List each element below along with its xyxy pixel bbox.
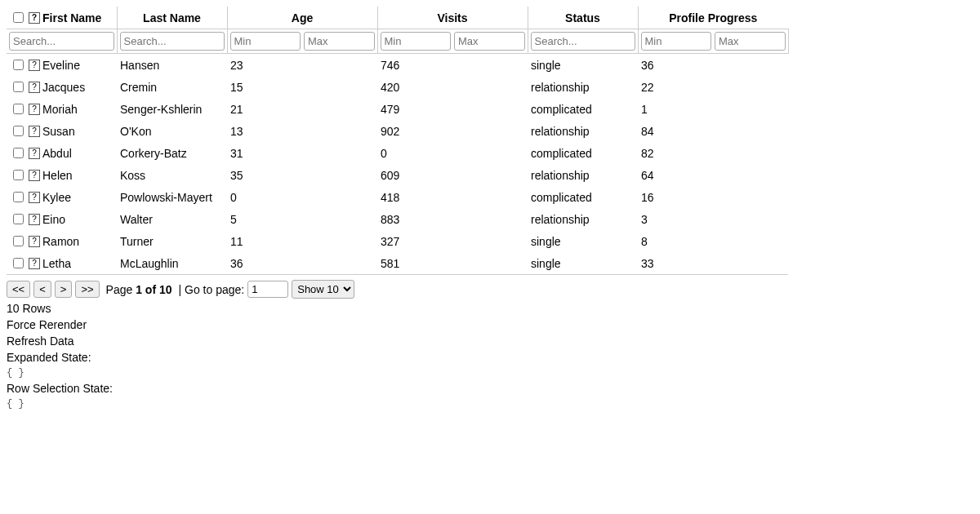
header-age-label: Age	[292, 11, 313, 24]
header-status-label: Status	[565, 11, 600, 24]
filter-progress-max-input[interactable]	[715, 32, 786, 51]
cell-progress: 1	[638, 98, 788, 120]
cell-lastname: Koss	[117, 164, 227, 186]
cell-status: relationship	[528, 120, 638, 142]
cell-progress: 84	[638, 120, 788, 142]
cell-visits: 0	[377, 142, 528, 164]
table-row: ?MoriahSenger-Kshlerin21479complicated1	[7, 98, 788, 120]
cell-age: 31	[227, 142, 377, 164]
header-progress-label: Profile Progress	[669, 11, 757, 24]
cell-visits: 327	[377, 230, 528, 252]
filter-age-max-input[interactable]	[304, 32, 375, 51]
cell-progress: 16	[638, 186, 788, 208]
cell-age: 13	[227, 120, 377, 142]
goto-page-input[interactable]	[247, 281, 288, 298]
goto-label: | Go to page:	[179, 283, 245, 296]
filter-row	[7, 29, 788, 54]
row-count: 10 Rows	[7, 302, 973, 315]
select-all-checkbox[interactable]	[13, 12, 24, 23]
cell-status: single	[528, 54, 638, 77]
filter-status-input[interactable]	[531, 32, 635, 51]
expanded-state-label: Expanded State:	[7, 351, 973, 364]
expand-row-icon[interactable]: ?	[29, 148, 40, 159]
page-info-value: 1 of 10	[136, 283, 172, 296]
expand-row-icon[interactable]: ?	[29, 214, 40, 225]
cell-progress: 82	[638, 142, 788, 164]
filter-firstname-input[interactable]	[9, 32, 114, 51]
row-select-checkbox[interactable]	[13, 82, 24, 92]
expand-row-icon[interactable]: ?	[29, 192, 40, 203]
table-row: ?SusanO'Kon13902relationship84	[7, 120, 788, 142]
cell-lastname: Senger-Kshlerin	[117, 98, 227, 120]
header-status[interactable]: Status	[528, 7, 638, 29]
header-visits[interactable]: Visits	[377, 7, 528, 29]
prev-page-button[interactable]: <	[33, 281, 51, 298]
expand-all-icon[interactable]: ?	[29, 12, 40, 24]
cell-firstname: Kylee	[42, 191, 71, 204]
expand-row-icon[interactable]: ?	[29, 258, 40, 269]
row-select-checkbox[interactable]	[13, 148, 24, 158]
cell-lastname: Hansen	[117, 54, 227, 77]
cell-visits: 609	[377, 164, 528, 186]
cell-age: 5	[227, 208, 377, 230]
filter-progress-min-input[interactable]	[641, 32, 712, 51]
row-select-checkbox[interactable]	[13, 60, 24, 70]
cell-status: relationship	[528, 208, 638, 230]
cell-firstname: Eveline	[42, 59, 80, 72]
last-page-button[interactable]: >>	[75, 281, 99, 298]
row-select-checkbox[interactable]	[13, 126, 24, 136]
next-page-button[interactable]: >	[55, 281, 73, 298]
expand-row-icon[interactable]: ?	[29, 236, 40, 247]
expand-row-icon[interactable]: ?	[29, 60, 40, 71]
first-page-button[interactable]: <<	[7, 281, 30, 298]
row-select-checkbox[interactable]	[13, 236, 24, 246]
table-row: ?HelenKoss35609relationship64	[7, 164, 788, 186]
table-row: ?EvelineHansen23746single36	[7, 54, 788, 77]
cell-firstname: Jacques	[42, 81, 85, 94]
cell-lastname: Cremin	[117, 76, 227, 98]
cell-lastname: McLaughlin	[117, 252, 227, 275]
row-select-checkbox[interactable]	[13, 104, 24, 114]
cell-status: single	[528, 252, 638, 275]
header-progress[interactable]: Profile Progress	[638, 7, 788, 29]
cell-age: 23	[227, 54, 377, 77]
header-lastname[interactable]: Last Name	[117, 7, 227, 29]
cell-firstname: Eino	[42, 213, 65, 226]
expand-row-icon[interactable]: ?	[29, 82, 40, 93]
cell-firstname: Helen	[42, 169, 73, 182]
cell-status: complicated	[528, 142, 638, 164]
cell-progress: 33	[638, 252, 788, 275]
cell-visits: 420	[377, 76, 528, 98]
filter-visits-min-input[interactable]	[381, 32, 452, 51]
header-firstname[interactable]: ? First Name	[7, 7, 117, 29]
expand-row-icon[interactable]: ?	[29, 170, 40, 181]
cell-status: single	[528, 230, 638, 252]
cell-status: complicated	[528, 186, 638, 208]
row-select-checkbox[interactable]	[13, 192, 24, 202]
header-firstname-label: First Name	[42, 11, 101, 24]
header-age[interactable]: Age	[227, 7, 377, 29]
expand-row-icon[interactable]: ?	[29, 126, 40, 137]
table-row: ?EinoWalter5883relationship3	[7, 208, 788, 230]
row-select-checkbox[interactable]	[13, 258, 24, 268]
cell-status: relationship	[528, 76, 638, 98]
row-select-checkbox[interactable]	[13, 170, 24, 180]
cell-age: 36	[227, 252, 377, 275]
footer-info: 10 Rows Force Rerender Refresh Data Expa…	[7, 302, 973, 410]
cell-age: 35	[227, 164, 377, 186]
cell-visits: 902	[377, 120, 528, 142]
filter-visits-max-input[interactable]	[454, 32, 525, 51]
cell-visits: 479	[377, 98, 528, 120]
refresh-data-button[interactable]: Refresh Data	[7, 335, 973, 348]
expand-row-icon[interactable]: ?	[29, 104, 40, 115]
filter-lastname-input[interactable]	[120, 32, 225, 51]
page-label: Page	[106, 283, 133, 296]
table-row: ?LethaMcLaughlin36581single33	[7, 252, 788, 275]
filter-age-min-input[interactable]	[230, 32, 301, 51]
row-select-checkbox[interactable]	[13, 214, 24, 224]
cell-progress: 22	[638, 76, 788, 98]
page-size-select[interactable]: Show 10	[292, 280, 354, 299]
cell-lastname: Corkery-Batz	[117, 142, 227, 164]
cell-lastname: Powlowski-Mayert	[117, 186, 227, 208]
force-rerender-button[interactable]: Force Rerender	[7, 318, 973, 331]
